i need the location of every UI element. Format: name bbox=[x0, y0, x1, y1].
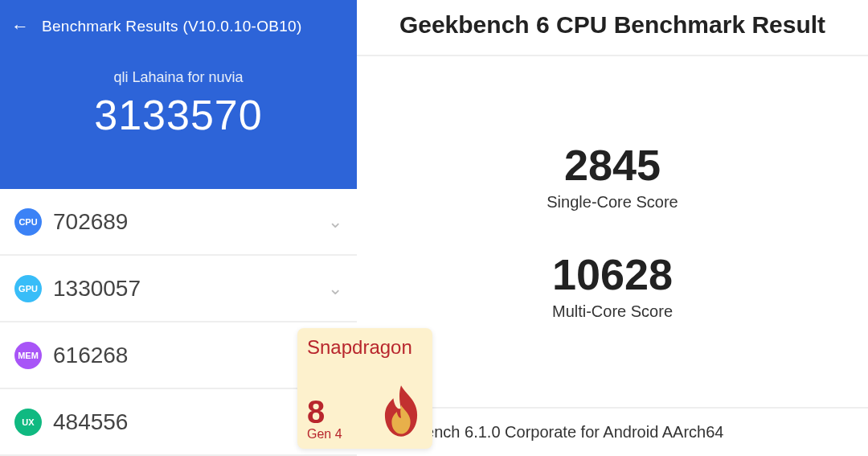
toolbar: ← Benchmark Results (V10.0.10-OB10) bbox=[0, 0, 357, 45]
geekbench-title: Geekbench 6 CPU Benchmark Result bbox=[357, 0, 868, 56]
snapdragon-bottom: 8 Gen 4 bbox=[307, 381, 423, 441]
cpu-score: 702689 bbox=[53, 209, 328, 235]
gpu-badge-icon: GPU bbox=[14, 275, 42, 302]
multi-core-label: Multi-Core Score bbox=[552, 302, 673, 321]
chevron-down-icon: ⌄ bbox=[328, 278, 342, 299]
toolbar-title: Benchmark Results (V10.0.10-OB10) bbox=[42, 18, 302, 35]
antutu-header: ← Benchmark Results (V10.0.10-OB10) qli … bbox=[0, 0, 357, 189]
total-score: 3133570 bbox=[0, 91, 357, 139]
ux-badge-icon: UX bbox=[14, 409, 42, 436]
multi-core-block: 10628 Multi-Core Score bbox=[552, 252, 673, 321]
multi-core-score: 10628 bbox=[552, 252, 673, 298]
single-core-label: Single-Core Score bbox=[547, 193, 678, 212]
snapdragon-number: 8 bbox=[307, 396, 342, 428]
flame-icon bbox=[379, 381, 423, 441]
gpu-score: 1330057 bbox=[53, 276, 328, 302]
snapdragon-model: 8 Gen 4 bbox=[307, 396, 342, 441]
geekbench-scores: 2845 Single-Core Score 10628 Multi-Core … bbox=[357, 56, 868, 409]
snapdragon-brand: Snapdragon bbox=[307, 336, 423, 359]
back-arrow-icon[interactable]: ← bbox=[11, 16, 29, 37]
snapdragon-gen: Gen 4 bbox=[307, 428, 342, 441]
device-name: qli Lahaina for nuvia bbox=[0, 69, 357, 86]
mem-badge-icon: MEM bbox=[14, 342, 42, 369]
chevron-down-icon: ⌄ bbox=[328, 212, 342, 232]
single-core-block: 2845 Single-Core Score bbox=[547, 142, 678, 212]
geekbench-version: kbench 6.1.0 Corporate for Android AArch… bbox=[357, 409, 868, 456]
cpu-badge-icon: CPU bbox=[14, 208, 42, 236]
score-row-cpu[interactable]: CPU 702689 ⌄ bbox=[0, 189, 357, 256]
single-core-score: 2845 bbox=[547, 142, 678, 188]
geekbench-panel: Geekbench 6 CPU Benchmark Result 2845 Si… bbox=[357, 0, 868, 456]
device-info: qli Lahaina for nuvia 3133570 bbox=[0, 45, 357, 139]
score-row-gpu[interactable]: GPU 1330057 ⌄ bbox=[0, 256, 357, 322]
snapdragon-badge: Snapdragon 8 Gen 4 bbox=[297, 328, 432, 449]
